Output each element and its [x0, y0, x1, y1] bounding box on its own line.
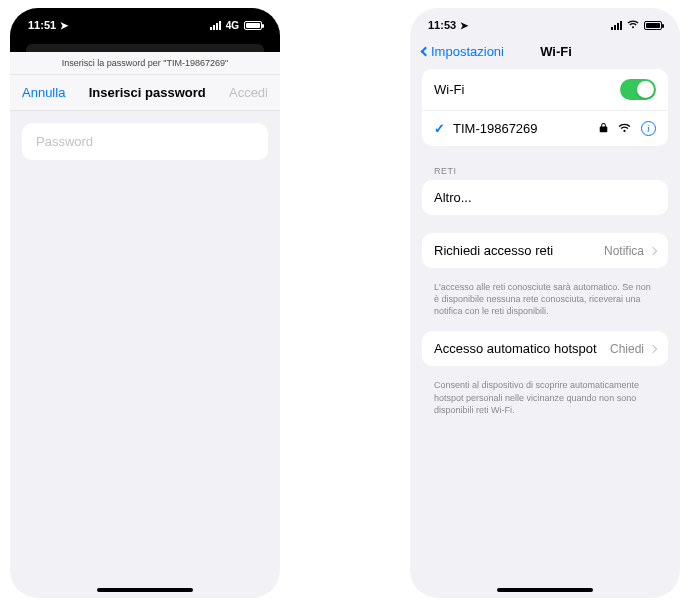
wifi-label: Wi-Fi — [434, 82, 464, 97]
status-bar: 11:53 ➤ — [410, 8, 680, 38]
wifi-status-icon — [627, 19, 639, 31]
wifi-icon — [618, 123, 631, 135]
location-icon: ➤ — [460, 20, 468, 31]
other-networks-group: Altro... — [422, 180, 668, 215]
ask-footer: L'accesso alle reti conosciute sarà auto… — [410, 276, 680, 331]
battery-icon — [644, 21, 662, 30]
signal-icon — [611, 21, 622, 30]
networks-header: RETI — [410, 154, 680, 180]
hotspot-label: Accesso automatico hotspot — [434, 341, 597, 356]
phone-left: 11:51 ➤ 4G Inserisci la password per "TI… — [10, 8, 280, 598]
connected-network-row[interactable]: ✓ TIM-19867269 i — [422, 110, 668, 146]
wifi-switch[interactable] — [620, 79, 656, 100]
status-time: 11:51 — [28, 19, 56, 31]
hotspot-row[interactable]: Accesso automatico hotspot Chiedi — [422, 331, 668, 366]
status-time: 11:53 — [428, 19, 456, 31]
signal-icon — [210, 21, 221, 30]
hotspot-footer: Consenti al dispositivo di scoprire auto… — [410, 374, 680, 429]
network-name: TIM-19867269 — [453, 121, 538, 136]
home-indicator[interactable] — [97, 588, 193, 592]
check-icon: ✓ — [434, 121, 445, 136]
sheet-background — [10, 38, 280, 52]
hotspot-value: Chiedi — [610, 342, 644, 356]
join-button[interactable]: Accedi — [229, 85, 268, 100]
modal-title: Inserisci password — [89, 85, 206, 100]
chevron-right-icon — [649, 345, 657, 353]
cancel-button[interactable]: Annulla — [22, 85, 65, 100]
page-title: Wi-Fi — [444, 44, 668, 59]
password-placeholder: Password — [36, 134, 93, 149]
chevron-right-icon — [649, 246, 657, 254]
nav-bar: Impostazioni Wi-Fi — [410, 38, 680, 69]
lock-icon — [599, 122, 608, 135]
chevron-left-icon — [421, 47, 431, 57]
ask-label: Richiedi accesso reti — [434, 243, 553, 258]
hotspot-group: Accesso automatico hotspot Chiedi — [422, 331, 668, 366]
ask-join-row[interactable]: Richiedi accesso reti Notifica — [422, 233, 668, 268]
status-bar: 11:51 ➤ 4G — [10, 8, 280, 38]
ask-join-group: Richiedi accesso reti Notifica — [422, 233, 668, 268]
battery-icon — [244, 21, 262, 30]
network-label: 4G — [226, 20, 239, 31]
wifi-toggle-row[interactable]: Wi-Fi — [422, 69, 668, 110]
password-input[interactable]: Password — [22, 123, 268, 160]
info-icon[interactable]: i — [641, 121, 656, 136]
other-label: Altro... — [434, 190, 472, 205]
ask-value: Notifica — [604, 244, 644, 258]
home-indicator[interactable] — [497, 588, 593, 592]
other-network-row[interactable]: Altro... — [422, 180, 668, 215]
modal-subtitle: Inserisci la password per "TIM-19867269" — [10, 52, 280, 75]
wifi-group: Wi-Fi ✓ TIM-19867269 i — [422, 69, 668, 146]
phone-right: 11:53 ➤ Impostazioni Wi-Fi Wi-Fi ✓ TIM-1… — [410, 8, 680, 598]
modal-nav: Annulla Inserisci password Accedi — [10, 75, 280, 111]
location-icon: ➤ — [60, 20, 68, 31]
